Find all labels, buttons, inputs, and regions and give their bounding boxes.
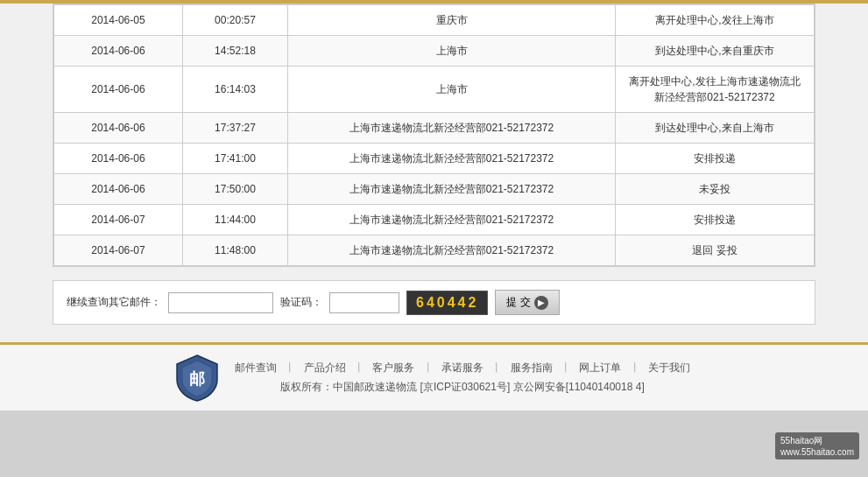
cell-date: 2014-06-06 [54, 67, 183, 113]
cell-time: 17:50:00 [182, 174, 287, 205]
watermark: 55haitao网 www.55haitao.com [775, 432, 859, 459]
submit-arrow-icon: ▶ [534, 296, 548, 310]
cell-time: 00:20:57 [182, 5, 287, 36]
main-container: 2014-06-0500:20:57重庆市离开处理中心,发往上海市2014-06… [0, 0, 868, 410]
cell-time: 11:44:00 [182, 205, 287, 235]
captcha-input[interactable] [329, 292, 399, 313]
footer-links: 邮件查询 丨 产品介绍 丨 客户服务 丨 承诺服务 丨 服务指南 丨 网上订单 … [232, 361, 693, 375]
table-row: 2014-06-0614:52:18上海市到达处理中心,来自重庆市 [54, 36, 815, 67]
table-row: 2014-06-0711:48:00上海市速递物流北新泾经营部021-52172… [54, 235, 815, 266]
cell-time: 14:52:18 [182, 36, 287, 67]
table-row: 2014-06-0500:20:57重庆市离开处理中心,发往上海市 [54, 5, 815, 36]
footer: 邮 邮件查询 丨 产品介绍 丨 客户服务 丨 承诺服务 丨 服务指南 丨 网上订… [0, 342, 868, 410]
footer-copyright: 版权所有：中国邮政速递物流 [京ICP证030621号] 京公网安备[11040… [232, 380, 693, 395]
footer-link[interactable]: 关于我们 [648, 361, 690, 374]
footer-link[interactable]: 承诺服务 [441, 361, 483, 374]
watermark-url: www.55haitao.com [780, 447, 854, 457]
footer-link[interactable]: 邮件查询 [235, 361, 277, 374]
cell-location: 上海市速递物流北新泾经营部021-52172372 [288, 235, 616, 266]
table-row: 2014-06-0617:41:00上海市速递物流北新泾经营部021-52172… [54, 144, 815, 174]
cell-location: 上海市 [288, 36, 616, 67]
cell-date: 2014-06-06 [54, 36, 183, 67]
cell-date: 2014-06-05 [54, 5, 183, 36]
cell-location: 上海市速递物流北新泾经营部021-52172372 [288, 174, 616, 205]
cell-location: 上海市速递物流北新泾经营部021-52172372 [288, 113, 616, 144]
footer-separator: 丨 [489, 361, 505, 374]
cell-status: 安排投递 [615, 144, 814, 174]
cell-date: 2014-06-07 [54, 235, 183, 266]
verify-label: 验证码： [280, 295, 322, 310]
captcha-image: 640442 [406, 291, 488, 315]
query-label: 继续查询其它邮件： [67, 295, 161, 310]
cell-location: 上海市 [288, 67, 616, 113]
footer-separator: 丨 [626, 361, 643, 374]
cell-location: 上海市速递物流北新泾经营部021-52172372 [288, 205, 616, 235]
footer-separator: 丨 [282, 361, 299, 374]
footer-separator: 丨 [420, 361, 436, 374]
watermark-text: 55haitao网 [780, 435, 854, 447]
cell-date: 2014-06-07 [54, 205, 183, 235]
cell-status: 退回 妥投 [615, 235, 814, 266]
table-row: 2014-06-0617:50:00上海市速递物流北新泾经营部021-52172… [54, 174, 815, 205]
footer-text: 邮件查询 丨 产品介绍 丨 客户服务 丨 承诺服务 丨 服务指南 丨 网上订单 … [232, 361, 693, 395]
cell-time: 11:48:00 [182, 235, 287, 266]
svg-text:邮: 邮 [189, 370, 205, 388]
footer-inner: 邮 邮件查询 丨 产品介绍 丨 客户服务 丨 承诺服务 丨 服务指南 丨 网上订… [0, 354, 868, 402]
query-bar: 继续查询其它邮件： 验证码： 640442 提 交 ▶ [53, 280, 815, 325]
cell-date: 2014-06-06 [54, 113, 183, 144]
footer-separator: 丨 [558, 361, 575, 374]
table-row: 2014-06-0616:14:03上海市离开处理中心,发往上海市速递物流北新泾… [54, 67, 815, 113]
footer-separator: 丨 [351, 361, 368, 374]
content-area: 2014-06-0500:20:57重庆市离开处理中心,发往上海市2014-06… [0, 4, 868, 342]
logo-shield-icon: 邮 [175, 354, 219, 402]
tracking-table: 2014-06-0500:20:57重庆市离开处理中心,发往上海市2014-06… [53, 4, 815, 266]
cell-status: 到达处理中心,来自重庆市 [615, 36, 814, 67]
cell-status: 安排投递 [615, 205, 814, 235]
submit-label: 提 交 [506, 295, 530, 310]
footer-link[interactable]: 产品介绍 [304, 361, 346, 374]
cell-location: 上海市速递物流北新泾经营部021-52172372 [288, 144, 616, 174]
submit-button[interactable]: 提 交 ▶ [495, 290, 559, 315]
table-row: 2014-06-0617:37:27上海市速递物流北新泾经营部021-52172… [54, 113, 815, 144]
cell-time: 16:14:03 [182, 67, 287, 113]
footer-link[interactable]: 网上订单 [579, 361, 621, 374]
footer-link[interactable]: 客户服务 [372, 361, 414, 374]
tracking-table-wrapper: 2014-06-0500:20:57重庆市离开处理中心,发往上海市2014-06… [53, 4, 815, 267]
cell-status: 到达处理中心,来自上海市 [615, 113, 814, 144]
tracking-input[interactable] [168, 292, 273, 313]
table-row: 2014-06-0711:44:00上海市速递物流北新泾经营部021-52172… [54, 205, 815, 235]
cell-date: 2014-06-06 [54, 174, 183, 205]
footer-link[interactable]: 服务指南 [511, 361, 553, 374]
cell-time: 17:41:00 [182, 144, 287, 174]
cell-status: 未妥投 [615, 174, 814, 205]
cell-status: 离开处理中心,发往上海市速递物流北新泾经营部021-52172372 [615, 67, 814, 113]
cell-date: 2014-06-06 [54, 144, 183, 174]
cell-location: 重庆市 [288, 5, 616, 36]
cell-status: 离开处理中心,发往上海市 [615, 5, 814, 36]
cell-time: 17:37:27 [182, 113, 287, 144]
